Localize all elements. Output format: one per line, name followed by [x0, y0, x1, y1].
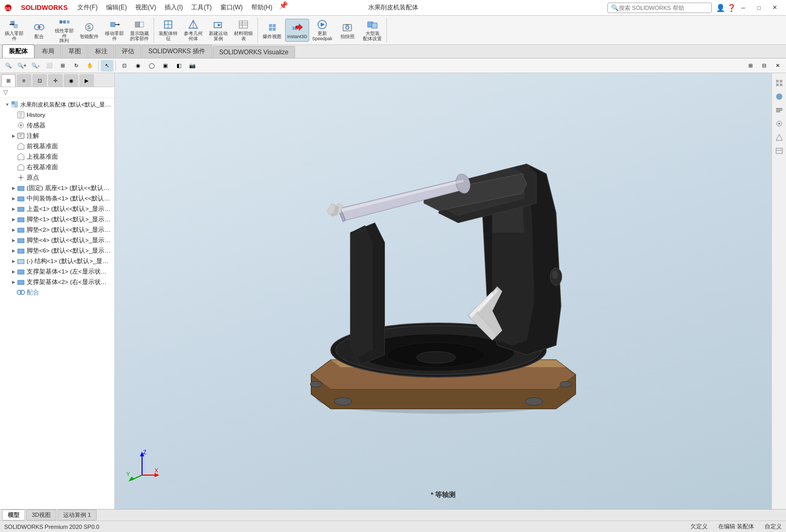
tree-top-cover[interactable]: ▶ 上盖<1> (默认<<默认>_显示状态	[0, 204, 114, 214]
menu-window[interactable]: 窗口(W)	[216, 1, 247, 14]
panel-tab-4[interactable]: ◉	[64, 74, 78, 87]
snapshot-button[interactable]: 拍快照	[335, 19, 359, 42]
rotate-btn[interactable]: ↻	[70, 60, 83, 72]
wireframe-btn[interactable]: ◯	[145, 60, 158, 72]
panel-tab-3[interactable]: ✛	[48, 74, 63, 87]
tree-pad1[interactable]: ▶ 脚垫<1> (默认<<默认>_显示状态	[0, 214, 114, 224]
tree-deco-strip[interactable]: ▶ 中间装饰条<1> (默认<<默认>_显示	[0, 193, 114, 204]
expand-right-btn[interactable]: ⊞	[744, 60, 757, 72]
zoom-in-btn[interactable]: 🔍+	[16, 60, 28, 72]
search-input[interactable]	[619, 5, 702, 11]
search-view-btn[interactable]: 🔍	[2, 60, 15, 72]
hide-edge-btn[interactable]: ▣	[159, 60, 171, 72]
menu-view[interactable]: 视图(V)	[131, 1, 160, 14]
right-btn-1[interactable]	[773, 91, 785, 102]
close-view-btn[interactable]: ✕	[771, 60, 784, 72]
right-btn-5[interactable]	[773, 145, 785, 157]
linear-array-button[interactable]: 线性零部件阵列	[52, 19, 76, 42]
bom-button[interactable]: 材料明细表	[231, 19, 255, 42]
window-title: 水果削皮机装配体	[368, 3, 418, 12]
pad2-icon	[17, 226, 25, 234]
zoom-out-btn[interactable]: 🔍-	[29, 60, 42, 72]
tab-layout[interactable]: 布局	[35, 44, 61, 58]
tab-annotation[interactable]: 标注	[88, 44, 114, 58]
maximize-button[interactable]: □	[752, 2, 766, 14]
tree-right-plane[interactable]: 右视基准面	[0, 162, 114, 172]
bottom-tab-motion[interactable]: 运动算例 1	[57, 510, 97, 521]
tab-sw-visualize[interactable]: SOLIDWORKS Visualize	[213, 46, 296, 58]
move-part-button[interactable]: 移动零部件	[102, 19, 126, 42]
camera-btn[interactable]: 📷	[186, 60, 198, 72]
status-editing: 在编辑 装配体	[718, 523, 754, 530]
panel-tab-0[interactable]: ⊞	[1, 74, 16, 87]
panel-tab-1[interactable]: ≡	[17, 74, 31, 87]
show-hide-label: 显示隐藏的零部件	[130, 31, 149, 41]
shaded-btn[interactable]: ◉	[132, 60, 144, 72]
tree-pad6[interactable]: ▶ 脚垫<6> (默认<<默认>_显示状态	[0, 245, 114, 256]
section-view-btn[interactable]: ◧	[172, 60, 185, 72]
pan-btn[interactable]: ✋	[84, 60, 96, 72]
ref-geometry-button[interactable]: 参考几何何体	[181, 19, 205, 42]
svg-point-85	[560, 381, 572, 387]
tree-history[interactable]: History	[0, 110, 114, 120]
svg-rect-66	[18, 207, 24, 211]
svg-text:Y: Y	[126, 471, 130, 477]
menu-help[interactable]: 帮助(H)	[247, 1, 277, 14]
tab-sw-plugins[interactable]: SOLIDWORKS 插件	[142, 44, 212, 58]
3d-pointer-btn[interactable]: ↖	[101, 60, 113, 72]
speedpak-button[interactable]: 更新Speedpak	[310, 19, 334, 42]
tree-pad4[interactable]: ▶ 脚垫<4> (默认<<默认>_显示状态	[0, 235, 114, 245]
explode-button[interactable]: 爆炸视图	[260, 19, 284, 42]
tree-root[interactable]: ▼ 水果削皮机装配体 (默认<默认_显示状态	[0, 99, 114, 110]
menu-insert[interactable]: 插入(I)	[160, 1, 187, 14]
mate-button[interactable]: 配合	[27, 19, 51, 42]
menu-file[interactable]: 文件(F)	[73, 1, 102, 14]
tab-assembly[interactable]: 装配体	[2, 44, 34, 58]
motion-study-button[interactable]: 新建运动算例	[206, 19, 230, 42]
insert-part-button[interactable]: 插入零部件	[2, 19, 26, 42]
svg-rect-18	[135, 22, 139, 27]
large-assembly-label: 大型装配体设置	[363, 31, 382, 41]
tab-sketch[interactable]: 草图	[62, 44, 88, 58]
tree-pad2[interactable]: ▶ 脚垫<2> (默认<<默认>_显示状态	[0, 224, 114, 235]
panel-tab-2[interactable]: ⊡	[32, 74, 47, 87]
right-btn-0[interactable]	[773, 77, 785, 89]
tree-sensor[interactable]: 传感器	[0, 120, 114, 131]
menu-edit[interactable]: 编辑(E)	[102, 1, 131, 14]
svg-point-102	[776, 93, 782, 100]
right-btn-3[interactable]	[773, 118, 785, 129]
show-hide-button[interactable]: 显示隐藏的零部件	[127, 19, 151, 42]
tree-top-plane[interactable]: 上视基准面	[0, 151, 114, 162]
minimize-button[interactable]: ─	[736, 2, 750, 14]
right-btn-2[interactable]	[773, 104, 785, 116]
svg-rect-10	[63, 20, 66, 23]
tab-evaluate[interactable]: 评估	[115, 44, 141, 58]
restore-btn[interactable]: ⊟	[758, 60, 770, 72]
tree-support2[interactable]: ▶ 支撑架基体<2> (右<显示状态-3>)	[0, 277, 114, 287]
tree-origin[interactable]: 原点	[0, 172, 114, 183]
tree-base[interactable]: ▶ (固定) 底座<1> (默认<<默认>_显示	[0, 183, 114, 193]
tree-support1[interactable]: ▶ 支撑架基体<1> (左<显示状态-2>)	[0, 266, 114, 277]
smart-fastener-button[interactable]: S 智能配件	[77, 19, 101, 42]
bottom-tab-3dview[interactable]: 3D视图	[26, 510, 56, 521]
menu-tools[interactable]: 工具(T)	[187, 1, 216, 14]
view-orient-btn[interactable]: ⊡	[118, 60, 131, 72]
zoom-area-btn[interactable]: ⊞	[56, 60, 69, 72]
close-button[interactable]: ✕	[767, 2, 782, 14]
tree-structure[interactable]: ▶ (-) 结构<1> (默认<默认>_显示状态-	[0, 256, 114, 266]
viewport[interactable]: Z X Y * 等轴测	[115, 73, 771, 509]
question-icon[interactable]: ❓	[727, 4, 736, 12]
assembly-feature-button[interactable]: 装配体特征	[156, 19, 180, 42]
svg-rect-73	[18, 280, 24, 285]
root-arrow: ▼	[4, 102, 10, 107]
instant3d-button[interactable]: 3D Instant3D	[285, 19, 309, 42]
zoom-fit-btn[interactable]: ⬜	[43, 60, 55, 72]
bottom-tab-model[interactable]: 模型	[2, 510, 25, 521]
tree-front-plane[interactable]: 前视基准面	[0, 141, 114, 151]
large-assembly-button[interactable]: 大型装配体设置	[360, 19, 384, 42]
panel-tab-5[interactable]: ▶	[79, 74, 94, 87]
tree-annotation[interactable]: ▶ 注解	[0, 131, 114, 141]
pin-icon[interactable]: 📌	[279, 1, 288, 14]
tree-mate[interactable]: 配合	[0, 287, 114, 298]
right-btn-4[interactable]	[773, 132, 785, 143]
